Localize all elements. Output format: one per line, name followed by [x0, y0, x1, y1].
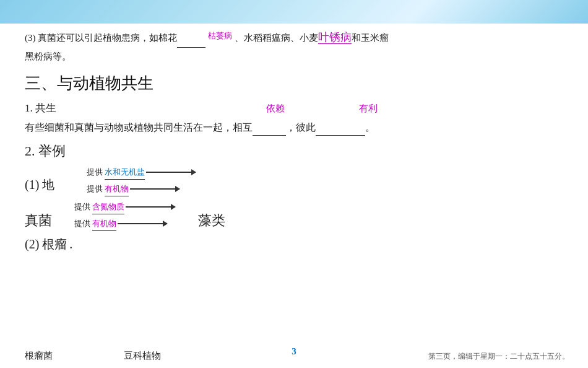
- sub1-blank1: [253, 135, 286, 136]
- hint-yikao: 依赖: [266, 101, 285, 117]
- sub1-sentence: 有些细菌和真菌与动物或植物共同生活在一起，相互，彼此。: [25, 119, 563, 136]
- hint-youli: 有利: [359, 101, 378, 117]
- page-number: 3: [292, 346, 296, 357]
- item1-top-provide-label: 提供: [87, 165, 103, 179]
- footer-left: 根瘤菌: [25, 350, 53, 362]
- para3-suffix1: 和玉米瘤: [352, 33, 389, 43]
- sub1-sentence-prefix: 有些细菌和真菌与动物或植物共同生活在一起，相互: [25, 122, 253, 133]
- para3-line1: (3) 真菌还可以引起植物患病，如棉花 枯萎病 、水稻稻瘟病、小麦叶锈病和玉米瘤: [25, 27, 563, 48]
- item1-prefix: (1) 地: [25, 174, 54, 195]
- sub1-blank2: [316, 135, 365, 136]
- sub1-label: 1. 共生: [25, 102, 56, 114]
- para3-mid1: 、水稻稻瘟病、小麦: [235, 33, 318, 43]
- para3-answer2-underline: 叶锈病: [318, 31, 352, 44]
- page: (3) 真菌还可以引起植物患病，如棉花 枯萎病 、水稻稻瘟病、小麦叶锈病和玉米瘤…: [0, 0, 588, 368]
- item1-bottom-row: 提供 有机物: [87, 182, 197, 196]
- item1-bottom-answer: 有机物: [105, 182, 129, 196]
- item1-bottom-provide-label: 提供: [87, 182, 103, 196]
- fungi-top-provide: 提供: [74, 200, 90, 214]
- sub2-label: 2. 举例: [25, 139, 563, 162]
- para3-prefix: (3) 真菌还可以引起植物患病，如棉花: [25, 33, 177, 43]
- para3-answer1: 枯萎病: [208, 31, 232, 40]
- fungi-bottom-provide: 提供: [74, 217, 90, 230]
- fungi-bottom-answer: 有机物: [92, 217, 116, 231]
- footer-right: 豆科植物: [124, 350, 161, 362]
- top-banner: [0, 0, 588, 24]
- section3-title: 三、与动植物共生: [25, 70, 563, 97]
- fungi-top-row: 提供 含氮物质: [74, 200, 176, 214]
- fungi-label-right: 藻类: [198, 209, 225, 232]
- para3-blank1: [177, 47, 205, 48]
- para3-line2: 黑粉病等。: [25, 49, 563, 65]
- fungi-bottom-row: 提供 有机物: [74, 217, 176, 231]
- footer-status: 第三页，编辑于星期一：二十点五十五分。: [428, 351, 569, 362]
- sub1-sentence-mid: ，彼此: [286, 122, 316, 133]
- item1-top-answer: 水和无机盐: [105, 165, 145, 180]
- fungi-top-answer: 含氮物质: [92, 200, 124, 214]
- item2-prefix: (2) 根瘤: [25, 237, 67, 251]
- item2-partial: .: [69, 237, 72, 251]
- sub1-sentence-suffix: 。: [365, 122, 375, 133]
- fungi-label-left: 真菌: [25, 209, 52, 232]
- item1-top-row: 提供 水和无机盐: [87, 165, 197, 180]
